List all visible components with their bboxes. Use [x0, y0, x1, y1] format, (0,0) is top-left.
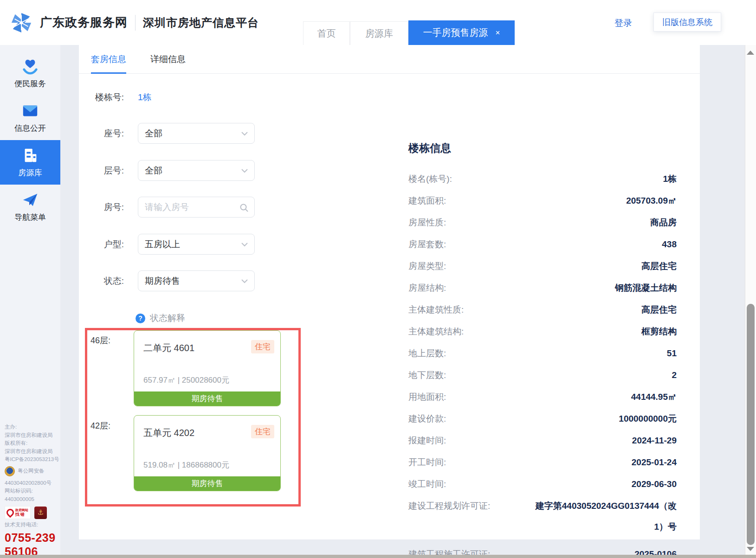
header-tab-bar: 首页 房源库 一手房预售房源 × [303, 20, 515, 45]
filter-label-floor: 层号: [90, 165, 124, 177]
filter-row-status: 状态: 期房待售 [90, 270, 255, 291]
scroll-down-arrow[interactable] [747, 547, 754, 551]
building-info-title: 楼栋信息 [408, 141, 677, 155]
highlight-rectangle: 46层: 二单元 4601 住宅 657.97㎡ | 250028600元 期房… [85, 328, 301, 507]
legacy-system-button[interactable]: 旧版信息系统 [653, 13, 721, 32]
scroll-up-arrow[interactable] [747, 51, 754, 55]
tab-housing-library-label: 房源库 [365, 27, 393, 40]
footer-icp-number[interactable]: 粤ICP备2023053213号 [5, 455, 59, 464]
room-number-input[interactable] [145, 202, 236, 212]
tab-presale-housing[interactable]: 一手房预售房源 × [408, 20, 515, 45]
filter-label-zone: 座号: [90, 128, 124, 140]
tab-unit-info[interactable]: 套房信息 [91, 45, 126, 73]
building-selector-value[interactable]: 1栋 [138, 91, 152, 103]
unit-area-price: 519.08㎡ | 186868800元 [143, 460, 229, 470]
tab-close-icon[interactable]: × [496, 29, 500, 37]
floor-select[interactable]: 全部 [138, 160, 255, 181]
info-row-house-nature: 房屋性质: 商品房 [408, 218, 677, 227]
info-label: 建设价款: [408, 414, 446, 423]
panel-tab-bar: 套房信息 详细信息 [79, 45, 700, 74]
floor-label-42: 42层: [90, 420, 110, 431]
login-link[interactable]: 登录 [614, 17, 632, 29]
tab-detail-info[interactable]: 详细信息 [150, 45, 186, 73]
zone-select[interactable]: 全部 [138, 123, 255, 144]
info-value: 高层住宅 [641, 305, 677, 314]
status-select-value: 期房待售 [145, 275, 180, 287]
info-label: 用地面积: [408, 392, 446, 402]
sidebar-item-info-disclosure[interactable]: 信息公开 [0, 96, 60, 140]
content-panel: 套房信息 详细信息 楼栋号: 1栋 座号: 全部 层号: 全部 [79, 45, 700, 539]
site-code: 4403000005 [5, 495, 59, 504]
gov-pinwheel-logo-icon [10, 12, 32, 34]
info-row-floors-above: 地上层数: 51 [408, 348, 677, 358]
info-value: 框剪结构 [641, 327, 677, 336]
portal-title: 广东政务服务网 [40, 14, 128, 31]
vertical-scrollbar[interactable] [745, 45, 756, 555]
unit-status-bar: 期房待售 [134, 391, 280, 406]
filter-label-status: 状态: [90, 275, 124, 287]
floor-label-46: 46层: [90, 335, 110, 346]
site-error-report-badge[interactable]: 政府网站 找错 [5, 506, 31, 519]
info-row-application-date: 报建时间: 2024-11-29 [408, 436, 677, 445]
info-row-floors-below: 地下层数: 2 [408, 370, 677, 380]
status-select[interactable]: 期房待售 [138, 270, 255, 291]
chevron-down-icon [241, 279, 248, 283]
tab-presale-housing-label: 一手房预售房源 [423, 26, 488, 39]
info-row-construction-price: 建设价款: 1000000000元 [408, 414, 677, 423]
footer-badges: 政府网站 找错 ⚓ [5, 506, 59, 519]
info-value: 205703.09㎡ [626, 196, 677, 205]
footer-line: 主办: [5, 423, 59, 431]
info-value: 44144.95㎡ [631, 392, 677, 402]
info-value: 438 [662, 239, 677, 249]
info-label: 报建时间: [408, 436, 446, 445]
sidebar-footer: 主办: 深圳市住房和建设局 版权所有: 深圳市住房和建设局 粤ICP备20230… [5, 423, 59, 558]
left-sidebar: 便民服务 信息公开 [0, 45, 60, 558]
tab-home[interactable]: 首页 [303, 21, 350, 45]
unit-type-badge: 住宅 [251, 425, 274, 438]
info-value: 2025-01-24 [632, 457, 677, 467]
info-label: 开工时间: [408, 457, 446, 467]
footer-line: 版权所有: [5, 439, 59, 448]
info-label: 地下层数: [408, 370, 446, 380]
title-divider [135, 15, 136, 31]
info-row-completion-date: 竣工时间: 2029-06-30 [408, 479, 677, 489]
building-info-rows: 楼名(栋号): 1栋 建筑面积: 205703.09㎡ 房屋性质: 商品房 房屋… [408, 174, 677, 558]
search-icon[interactable] [239, 203, 249, 213]
info-row-built-area: 建筑面积: 205703.09㎡ [408, 196, 677, 205]
info-row-start-date: 开工时间: 2025-01-24 [408, 457, 677, 467]
gov-anchor-badge-icon[interactable]: ⚓ [34, 507, 47, 519]
chevron-down-icon [241, 168, 248, 173]
sidebar-item-label: 便民服务 [14, 78, 46, 89]
support-phone-number: 0755-239 56106 [5, 531, 59, 558]
support-phone-label: 技术支持电话: [5, 521, 59, 529]
info-label: 房屋套数: [408, 239, 446, 249]
room-number-field[interactable] [138, 197, 255, 218]
security-badge-row: 粤公网安备 [5, 466, 59, 476]
filter-row-zone: 座号: 全部 [90, 123, 255, 144]
info-label: 主体建筑性质: [408, 305, 464, 314]
sidebar-item-label: 导航菜单 [14, 212, 46, 223]
info-row-building-name: 楼名(栋号): 1栋 [408, 174, 677, 184]
info-row-main-structure: 主体建筑结构: 框剪结构 [408, 327, 677, 336]
building-selector-label: 楼栋号: [90, 91, 124, 103]
info-row-house-type: 房屋类型: 高层住宅 [408, 261, 677, 271]
footer-line: 深圳市住房和建设局 [5, 448, 59, 456]
status-help[interactable]: ? 状态解释 [136, 312, 185, 324]
scrollbar-thumb[interactable] [747, 304, 755, 545]
layout-select[interactable]: 五房以上 [138, 234, 255, 255]
unit-card-4202[interactable]: 五单元 4202 住宅 519.08㎡ | 186868800元 期房待售 [134, 415, 281, 491]
phone-line1: 0755-239 [5, 531, 59, 545]
status-help-label: 状态解释 [150, 312, 185, 324]
security-number[interactable]: 44030402002800号 [5, 479, 59, 487]
unit-area-price: 657.97㎡ | 250028600元 [143, 375, 229, 385]
sidebar-item-convenience-services[interactable]: 便民服务 [0, 51, 60, 96]
floor-select-value: 全部 [145, 165, 162, 177]
filter-row-room: 房号: [90, 197, 255, 218]
tab-housing-library[interactable]: 房源库 [350, 21, 408, 45]
unit-card-4601[interactable]: 二单元 4601 住宅 657.97㎡ | 250028600元 期房待售 [134, 330, 281, 406]
sidebar-item-nav-menu[interactable]: 导航菜单 [0, 185, 60, 229]
filter-row-floor: 层号: 全部 [90, 160, 255, 181]
info-value: 钢筋混凝土结构 [615, 283, 677, 293]
horizontal-scrollbar-strip[interactable] [0, 555, 756, 558]
sidebar-item-housing-library[interactable]: 房源库 [0, 140, 60, 185]
